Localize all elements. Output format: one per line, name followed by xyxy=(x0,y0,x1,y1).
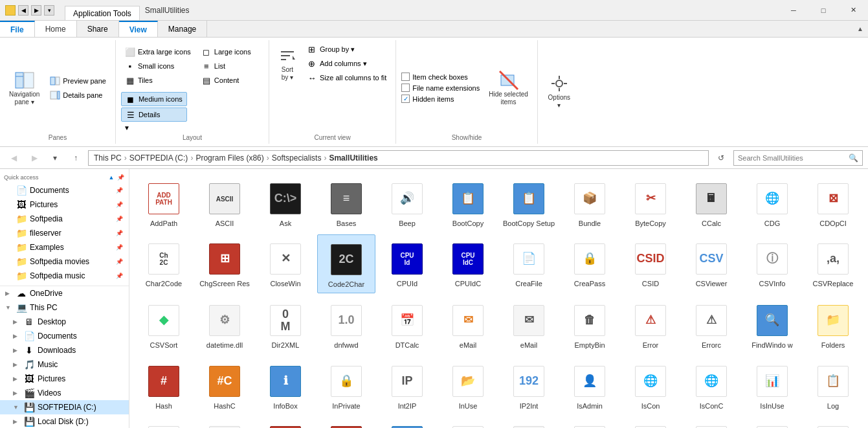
navigation-pane-btn[interactable]: Navigationpane ▾ xyxy=(5,67,43,109)
small-icons-btn[interactable]: ▪ Small icons xyxy=(121,60,195,73)
layout-down-btn[interactable]: ▼ xyxy=(121,123,187,133)
file-item-CSVInfo[interactable]: ⓘCSVInfo xyxy=(743,234,801,293)
file-item-Folders[interactable]: 📁Folders xyxy=(804,296,862,354)
sidebar-item-music[interactable]: ▶ 🎵 Music xyxy=(0,357,129,372)
sidebar-item-examples[interactable]: 📁 Examples 📌 xyxy=(0,240,129,254)
file-item-eMail[interactable]: ✉eMail xyxy=(500,296,558,354)
search-input[interactable] xyxy=(738,154,846,162)
tab-manage[interactable]: Manage xyxy=(158,21,207,37)
sidebar-item-softpedia-movies[interactable]: 📁 Softpedia movies 📌 xyxy=(0,254,129,269)
hidden-items-cb[interactable]: ✓ xyxy=(401,95,410,103)
file-name-ext-cb[interactable] xyxy=(401,84,410,92)
up-button[interactable]: ↑ xyxy=(67,150,84,166)
file-item-RenEx[interactable]: ✏RenEx xyxy=(743,417,801,428)
path-program-files[interactable]: Program Files (x86) xyxy=(195,153,263,163)
sidebar-item-pictures[interactable]: 🖼 Pictures 📌 xyxy=(0,197,129,212)
file-item-InfoBox[interactable]: ℹInfoBox xyxy=(256,357,315,414)
file-item-Log[interactable]: 📋Log xyxy=(804,357,862,414)
file-item-DTCalc[interactable]: 📅DTCalc xyxy=(378,296,436,354)
file-item-IsConC[interactable]: 🌐IsConC xyxy=(682,357,740,414)
file-item-mathevaldll[interactable]: ⚙matheval .dll xyxy=(195,417,254,428)
close-button[interactable]: ✕ xyxy=(838,0,868,21)
sidebar-item-documents2[interactable]: ▶ 📄 Documents xyxy=(0,329,129,343)
details-pane-btn[interactable]: Details pane xyxy=(46,89,110,102)
back-button[interactable]: ◀ xyxy=(5,150,22,166)
file-item-CSVSort[interactable]: ◆CSVSort xyxy=(135,296,193,354)
list-btn[interactable]: ≡ List xyxy=(197,60,255,73)
address-path[interactable]: This PC › SOFTPEDIA (C:) › Program Files… xyxy=(88,150,709,166)
file-item-pad_file[interactable]: 📄pad_file xyxy=(500,417,558,428)
file-item-CSID[interactable]: CSIDCSID xyxy=(621,234,680,293)
sidebar-item-videos[interactable]: ▶ 🎬 Videos xyxy=(0,386,129,400)
file-item-Bundle[interactable]: 📦Bundle xyxy=(561,174,619,232)
file-item-Error[interactable]: ⚠Error xyxy=(621,296,680,354)
file-item-CCalc[interactable]: 🖩CCalc xyxy=(682,174,740,232)
hide-selected-btn[interactable]: Hide selecteditems xyxy=(485,67,532,109)
quick-access-down[interactable]: ▾ xyxy=(44,5,54,16)
sidebar-item-softpedia[interactable]: 📁 Softpedia 📌 xyxy=(0,212,129,226)
add-columns-btn[interactable]: ⊕ Add columns ▾ xyxy=(303,57,390,70)
file-item-Char2Code[interactable]: Ch 2CChar2Code xyxy=(135,234,193,293)
extra-large-icons-btn[interactable]: ⬜ Extra large icons xyxy=(121,45,195,58)
file-item-CSVReplace[interactable]: ,a,CSVReplace xyxy=(804,234,862,293)
quick-access-back[interactable]: ◀ xyxy=(18,5,28,16)
tab-home[interactable]: Home xyxy=(35,21,77,37)
file-item-CreaFile[interactable]: 📄CreaFile xyxy=(500,234,558,293)
preview-pane-btn[interactable]: Preview pane xyxy=(46,74,110,87)
file-item-FindWindow[interactable]: 🔍FindWindo w xyxy=(743,296,801,354)
pin-pictures[interactable]: 📌 xyxy=(115,200,124,209)
file-item-Errorc[interactable]: ⚠Errorc xyxy=(682,296,740,354)
group-by-btn[interactable]: ⊞ Group by ▾ xyxy=(303,43,390,56)
file-item-MiCryC[interactable]: 🔑MiCryC xyxy=(317,417,375,428)
file-item-CSViewer[interactable]: CSVCSViewer xyxy=(682,234,740,293)
sort-by-btn[interactable]: Sortby ▾ xyxy=(274,43,300,84)
tab-view[interactable]: View xyxy=(119,21,158,37)
content-btn[interactable]: ▤ Content xyxy=(197,74,255,87)
file-item-InUse[interactable]: 📂InUse xyxy=(439,357,497,414)
sidebar-item-softpedia-music[interactable]: 📁 Softpedia music 📌 xyxy=(0,269,129,283)
file-item-BootCopy[interactable]: 📋BootCopy xyxy=(439,174,497,232)
large-icons-btn[interactable]: ◻ Large icons xyxy=(197,45,255,58)
path-softpedia-c[interactable]: SOFTPEDIA (C:) xyxy=(129,153,188,163)
sidebar-item-desktop[interactable]: ▶ 🖥 Desktop xyxy=(0,315,129,329)
path-softspecialists[interactable]: Softspecialists xyxy=(272,153,322,163)
file-item-IsCon[interactable]: 🌐IsCon xyxy=(621,357,680,414)
file-item-eMail[interactable]: ✉eMail xyxy=(439,296,497,354)
file-item-CreaPass[interactable]: 🔒CreaPass xyxy=(561,234,619,293)
path-this-pc[interactable]: This PC xyxy=(94,153,122,163)
file-item-MiCry[interactable]: 🔑MiCry xyxy=(256,417,315,428)
file-item-NCSKeys[interactable]: ⌨NCSKeys xyxy=(439,417,497,428)
options-btn[interactable]: Options▾ xyxy=(543,71,575,112)
file-item-Ask[interactable]: C:\>Ask xyxy=(256,174,315,232)
file-item-Dir2XML[interactable]: 0 MDir2XML xyxy=(256,296,315,354)
pin-documents[interactable]: 📌 xyxy=(115,186,124,195)
file-item-MACAddr[interactable]: MACMACAddr xyxy=(135,417,193,428)
item-check-boxes-cb[interactable] xyxy=(401,73,410,81)
sidebar-item-onedrive[interactable]: ▶ ☁ OneDrive xyxy=(0,286,129,300)
file-item-IsAdmin[interactable]: 👤IsAdmin xyxy=(561,357,619,414)
file-item-Int2IP[interactable]: IPInt2IP xyxy=(378,357,436,414)
file-item-AddPath[interactable]: ADD PATHAddPath xyxy=(135,174,193,232)
pin-fileserver[interactable]: 📌 xyxy=(115,229,124,238)
file-item-CPUIdC[interactable]: CPU IdCCPUIdC xyxy=(439,234,497,293)
maximize-button[interactable]: □ xyxy=(808,0,838,21)
ribbon-expand-btn[interactable]: ▲ xyxy=(855,23,865,34)
sidebar-item-this-pc[interactable]: ▼ 💻 This PC xyxy=(0,300,129,315)
forward-button[interactable]: ▶ xyxy=(26,150,43,166)
file-item-CDOpCI[interactable]: ⊠CDOpCI xyxy=(804,174,862,232)
file-item-BootCopySetup[interactable]: 📋BootCopy Setup xyxy=(500,174,558,232)
pin-examples[interactable]: 📌 xyxy=(115,243,124,252)
file-item-dnfwwd[interactable]: 1.0dnfwwd xyxy=(317,296,375,354)
file-item-CDG[interactable]: 🌐CDG xyxy=(743,174,801,232)
file-item-RGB[interactable]: 🎨RGB xyxy=(804,417,862,428)
sidebar-item-local-d[interactable]: ▶ 💾 Local Disk (D:) xyxy=(0,414,129,428)
minimize-button[interactable]: ─ xyxy=(779,0,808,21)
file-item-ByteCopy[interactable]: ✂ByteCopy xyxy=(621,174,680,232)
file-item-CPUId[interactable]: CPU IdCPUId xyxy=(378,234,436,293)
path-smallutilities[interactable]: SmallUtilities xyxy=(329,153,377,163)
sidebar-item-pictures2[interactable]: ▶ 🖼 Pictures xyxy=(0,372,129,386)
pin-softpedia[interactable]: 📌 xyxy=(115,214,124,223)
file-item-Beep[interactable]: 🔊Beep xyxy=(378,174,436,232)
quick-access-fwd[interactable]: ▶ xyxy=(31,5,41,16)
file-item-datetimedll[interactable]: ⚙datetime.dll xyxy=(195,296,254,354)
